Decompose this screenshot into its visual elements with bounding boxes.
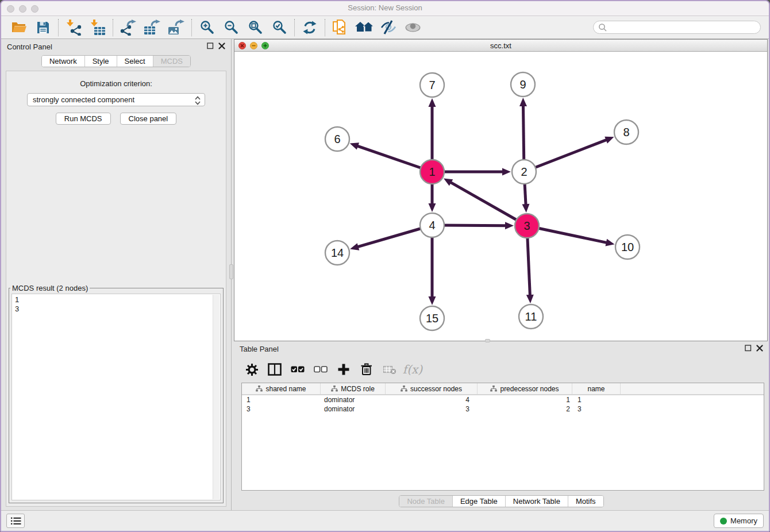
application-window: Session: New Session: [0, 0, 770, 532]
new-network-from-selection-icon[interactable]: [328, 18, 352, 37]
cell-predecessor-nodes[interactable]: 1: [478, 396, 572, 404]
control-panel-tabs: Network Style Select MCDS: [1, 55, 231, 67]
graph-edge-arrow: [502, 168, 511, 176]
table-panel-tabs: Node Table Edge Table Network Table Moti…: [234, 495, 769, 507]
tab-select[interactable]: Select: [117, 56, 153, 67]
add-column-icon[interactable]: [333, 360, 354, 379]
search-icon: [598, 23, 607, 32]
cell-successor-nodes[interactable]: 3: [386, 405, 478, 413]
graph-edge-3-1[interactable]: [451, 182, 527, 226]
table-row[interactable]: 3 dominator 3 2 3: [242, 404, 764, 414]
graph-edge-2-8[interactable]: [524, 140, 607, 172]
graph-node-label: 4: [429, 219, 435, 232]
graph-node-label: 14: [331, 246, 344, 259]
graph-edge-arrow: [350, 142, 359, 149]
result-scrollbar[interactable]: [213, 295, 220, 499]
close-panel-icon[interactable]: [218, 43, 225, 49]
graph-node-label: 3: [523, 219, 530, 232]
graph-edge-arrow: [429, 98, 436, 107]
delete-column-icon[interactable]: [356, 360, 377, 379]
close-table-panel-icon[interactable]: [756, 345, 763, 352]
column-header-name[interactable]: name: [572, 383, 621, 394]
network-canvas[interactable]: 7968124314101511: [234, 52, 767, 341]
export-network-icon[interactable]: [116, 18, 140, 37]
search-input[interactable]: [610, 23, 756, 32]
mcds-panel-content: Optimization criterion: strongly connect…: [6, 71, 226, 507]
network-window-titlebar[interactable]: scc.txt: [234, 40, 767, 52]
optimization-criterion-label: Optimization criterion:: [6, 79, 226, 88]
cell-mcds-role[interactable]: dominator: [321, 396, 386, 404]
cell-mcds-role[interactable]: dominator: [321, 405, 386, 413]
mcds-result-list[interactable]: 1 3: [11, 294, 221, 500]
graph-edge-arrow: [505, 222, 514, 229]
task-history-button[interactable]: [6, 514, 25, 528]
graph-node-label: 9: [519, 78, 526, 91]
export-image-icon[interactable]: [164, 18, 188, 37]
tab-node-table[interactable]: Node Table: [399, 496, 452, 507]
optimization-criterion-select[interactable]: strongly connected component: [27, 93, 205, 106]
zoom-selected-icon[interactable]: [267, 18, 291, 37]
os-titlebar: Session: New Session: [1, 1, 769, 16]
tab-network-table[interactable]: Network Table: [505, 496, 568, 507]
tab-mcds[interactable]: MCDS: [153, 56, 190, 67]
open-file-icon[interactable]: [7, 18, 31, 37]
sort-hierarchy-icon: [490, 385, 497, 392]
home-icon[interactable]: [352, 18, 376, 37]
import-table-icon[interactable]: [86, 18, 110, 37]
import-network-icon[interactable]: [61, 18, 86, 37]
show-columns-icon[interactable]: [264, 360, 285, 379]
network-view-window: scc.txt 7968124314101511: [234, 39, 768, 341]
graph-edge-arrow: [519, 98, 527, 106]
graph-edge-arrow: [526, 295, 534, 303]
cell-name[interactable]: 3: [572, 405, 621, 413]
table-panel-header: Table Panel: [234, 341, 769, 356]
list-icon: [10, 516, 21, 526]
float-table-panel-icon[interactable]: [745, 345, 752, 352]
cell-successor-nodes[interactable]: 4: [386, 396, 478, 404]
sort-hierarchy-icon: [401, 385, 407, 392]
cell-name[interactable]: 1: [572, 396, 621, 404]
cell-shared-name[interactable]: 1: [242, 396, 321, 404]
workspace: Control Panel Network Style Select MCDS …: [1, 39, 769, 510]
toolbar-separator: [325, 19, 325, 36]
graph-edge-arrow: [350, 243, 359, 250]
node-table[interactable]: shared name MCDS role successor nodes: [241, 383, 764, 491]
column-header-predecessor-nodes[interactable]: predecessor nodes: [478, 383, 572, 394]
close-panel-button[interactable]: Close panel: [120, 113, 177, 125]
hide-graphics-details-icon[interactable]: [376, 18, 401, 37]
graph-node-label: 10: [621, 241, 634, 253]
refresh-view-icon[interactable]: [298, 18, 322, 37]
table-row[interactable]: 1 dominator 4 1 1: [242, 395, 764, 404]
save-session-icon[interactable]: [31, 18, 55, 37]
column-header-successor-nodes[interactable]: successor nodes: [386, 383, 478, 394]
tab-motifs[interactable]: Motifs: [568, 496, 603, 507]
zoom-in-icon[interactable]: [195, 18, 219, 37]
search-box[interactable]: [593, 21, 761, 34]
toolbar-separator: [191, 19, 192, 36]
graph-edge-arrow: [429, 203, 436, 212]
memory-button[interactable]: Memory: [714, 514, 764, 528]
zoom-fit-icon[interactable]: [243, 18, 267, 37]
tab-network[interactable]: Network: [42, 56, 84, 67]
table-mode-icon[interactable]: [241, 360, 262, 379]
deselect-all-icon[interactable]: [310, 360, 331, 379]
cell-predecessor-nodes[interactable]: 2: [478, 405, 572, 413]
memory-status-icon: [720, 518, 727, 525]
graph-node-label: 8: [623, 126, 629, 138]
show-graphics-details-icon[interactable]: [401, 18, 425, 37]
horizontal-splitter-handle[interactable]: [485, 339, 490, 342]
export-table-icon[interactable]: [140, 18, 164, 37]
cell-shared-name[interactable]: 3: [242, 405, 321, 413]
graph-node-label: 6: [334, 133, 340, 145]
column-header-mcds-role[interactable]: MCDS role: [321, 383, 386, 394]
column-header-shared-name[interactable]: shared name: [242, 383, 321, 394]
mcds-result-line: 3: [15, 304, 217, 314]
select-all-icon[interactable]: [287, 360, 308, 379]
run-mcds-button[interactable]: Run MCDS: [56, 113, 111, 125]
status-bar: Memory: [1, 510, 769, 531]
tab-edge-table[interactable]: Edge Table: [452, 496, 505, 507]
tab-style[interactable]: Style: [84, 56, 117, 67]
zoom-out-icon[interactable]: [219, 18, 243, 37]
float-panel-icon[interactable]: [207, 43, 214, 49]
vertical-splitter-handle[interactable]: [229, 264, 233, 279]
